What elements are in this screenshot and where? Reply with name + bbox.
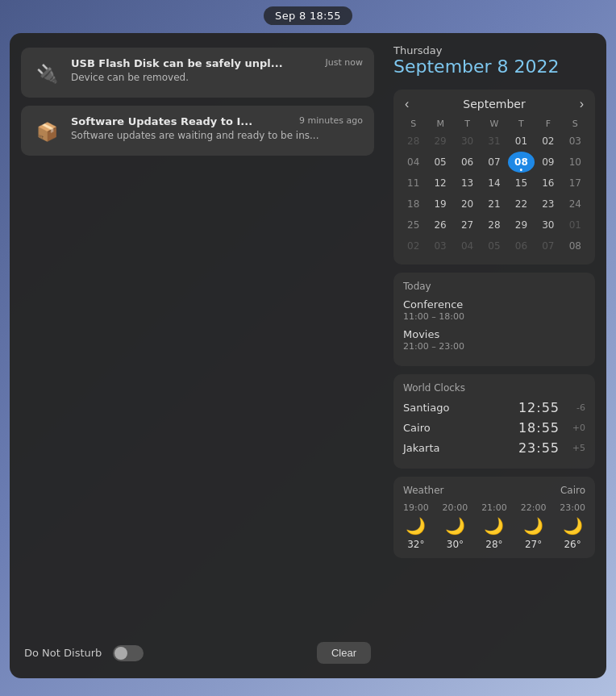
cal-header-m: M [427, 117, 453, 131]
weather-hour-2: 21:00🌙28° [481, 502, 507, 550]
cal-day-2-4[interactable]: 15 [508, 173, 535, 194]
cal-day-1-5[interactable]: 09 [535, 152, 561, 173]
cal-day-2-3[interactable]: 14 [481, 173, 507, 194]
clock-santiago-right: 12:55 -6 [518, 400, 585, 415]
usb-icon: 🔌 [32, 59, 61, 88]
cal-day-4-5[interactable]: 30 [535, 215, 561, 235]
weather-hour-time-2: 21:00 [481, 502, 507, 513]
clock-cairo: Cairo 18:55 +0 [403, 420, 585, 436]
clock-jakarta-city: Jakarta [403, 442, 439, 454]
cal-week-1: 04050607080910 [400, 152, 589, 173]
today-label: Today [403, 281, 585, 292]
clock-jakarta-right: 23:55 +5 [518, 440, 585, 456]
notif-usb-time: Just now [326, 57, 363, 68]
weather-hour-0: 19:00🌙32° [403, 502, 429, 550]
notif-usb-body: Device can be removed. [71, 72, 363, 83]
cal-day-4-1[interactable]: 26 [427, 215, 453, 235]
cal-header-t2: T [508, 117, 535, 131]
clear-button[interactable]: Clear [317, 642, 371, 664]
clock-jakarta: Jakarta 23:55 +5 [403, 440, 585, 456]
notif-usb-title: USB Flash Disk can be safely unpl... [71, 57, 319, 69]
cal-month-label: September [463, 98, 525, 110]
cal-day-2-1[interactable]: 12 [427, 173, 453, 194]
event-conference: Conference 11:00 – 18:00 [403, 298, 585, 322]
cal-day-2-2[interactable]: 13 [454, 173, 481, 194]
cal-day-1-2[interactable]: 06 [454, 152, 481, 173]
cal-day-3-3[interactable]: 21 [481, 194, 507, 215]
cal-day-1-1[interactable]: 05 [427, 152, 453, 173]
calendar-header: Thursday September 8 2022 [393, 44, 595, 81]
cal-header-w: W [481, 117, 507, 131]
cal-day-2-5[interactable]: 16 [535, 173, 561, 194]
cal-day-4-2[interactable]: 27 [454, 215, 481, 235]
cal-day-3-1[interactable]: 19 [427, 194, 453, 215]
weather-hour-temp-3: 27° [525, 539, 542, 550]
dnd-toggle[interactable] [113, 645, 144, 661]
today-widget: Today Conference 11:00 – 18:00 Movies 21… [393, 273, 595, 366]
cal-day-0-1[interactable]: 29 [427, 131, 453, 152]
prev-month-button[interactable]: ‹ [400, 98, 414, 110]
top-bar: Sep 8 18:55 [0, 0, 616, 30]
event-conference-title: Conference [403, 298, 585, 310]
cal-day-0-5[interactable]: 02 [535, 131, 561, 152]
bottom-bar: Do Not Disturb Clear [21, 636, 374, 667]
cal-day-0-4[interactable]: 01 [508, 131, 535, 152]
dnd-label: Do Not Disturb [24, 647, 102, 659]
cal-day-2-6[interactable]: 17 [562, 173, 589, 194]
cal-day-5-0[interactable]: 02 [400, 235, 427, 256]
cal-day-3-0[interactable]: 18 [400, 194, 427, 215]
cal-day-5-4[interactable]: 06 [508, 235, 535, 256]
event-conference-time: 11:00 – 18:00 [403, 311, 585, 322]
weather-hour-temp-2: 28° [485, 539, 502, 550]
cal-day-3-4[interactable]: 22 [508, 194, 535, 215]
notification-updates: 📦 Software Updates Ready to I... 9 minut… [21, 106, 374, 156]
cal-day-5-5[interactable]: 07 [535, 235, 561, 256]
weather-hour-icon-1: 🌙 [445, 516, 465, 536]
clock-cairo-offset: +0 [566, 423, 585, 433]
event-movies-time: 21:00 – 23:00 [403, 341, 585, 352]
cal-day-0-3[interactable]: 31 [481, 131, 507, 152]
cal-day-5-3[interactable]: 05 [481, 235, 507, 256]
cal-day-5-2[interactable]: 04 [454, 235, 481, 256]
notif-usb-content: USB Flash Disk can be safely unpl... Jus… [71, 57, 363, 83]
notification-usb: 🔌 USB Flash Disk can be safely unpl... J… [21, 48, 374, 98]
weather-label: Weather [403, 485, 444, 496]
clock-santiago-city: Santiago [403, 402, 449, 414]
cal-day-1-4[interactable]: 08 [508, 152, 535, 173]
notif-updates-time: 9 minutes ago [299, 115, 363, 126]
cal-day-3-6[interactable]: 24 [562, 194, 589, 215]
cal-day-0-6[interactable]: 03 [562, 131, 589, 152]
cal-day-1-3[interactable]: 07 [481, 152, 507, 173]
cal-header-s1: S [400, 117, 427, 131]
cal-day-3-2[interactable]: 20 [454, 194, 481, 215]
cal-day-2-0[interactable]: 11 [400, 173, 427, 194]
cal-day-1-6[interactable]: 10 [562, 152, 589, 173]
weather-hour-temp-4: 26° [564, 539, 581, 550]
cal-grid: S M T W T F S 28293031010203040506070809… [400, 117, 589, 256]
world-clocks-label: World Clocks [403, 382, 585, 394]
cal-day-0-0[interactable]: 28 [400, 131, 427, 152]
weather-hour-1: 20:00🌙30° [443, 502, 468, 550]
cal-day-4-4[interactable]: 29 [508, 215, 535, 235]
notif-updates-header: Software Updates Ready to I... 9 minutes… [71, 115, 363, 127]
cal-day-1-0[interactable]: 04 [400, 152, 427, 173]
weather-header: Weather Cairo [403, 485, 585, 496]
weather-hour-icon-0: 🌙 [406, 516, 426, 536]
system-time: Sep 8 18:55 [264, 6, 352, 25]
next-month-button[interactable]: › [575, 98, 589, 110]
cal-week-3: 18192021222324 [400, 194, 589, 215]
event-movies: Movies 21:00 – 23:00 [403, 328, 585, 352]
cal-day-4-6[interactable]: 01 [562, 215, 589, 235]
weather-location: Cairo [560, 485, 585, 496]
world-clocks-widget: World Clocks Santiago 12:55 -6 Cairo 18:… [393, 374, 595, 469]
cal-day-4-0[interactable]: 25 [400, 215, 427, 235]
weather-hour-time-3: 22:00 [521, 502, 547, 513]
cal-day-0-2[interactable]: 30 [454, 131, 481, 152]
cal-day-3-5[interactable]: 23 [535, 194, 561, 215]
cal-day-5-1[interactable]: 03 [427, 235, 453, 256]
weather-hours: 19:00🌙32°20:00🌙30°21:00🌙28°22:00🌙27°23:0… [403, 502, 585, 550]
weather-hour-temp-1: 30° [447, 539, 464, 550]
cal-day-5-6[interactable]: 08 [562, 235, 589, 256]
cal-day-4-3[interactable]: 28 [481, 215, 507, 235]
clock-cairo-time: 18:55 [518, 420, 560, 436]
